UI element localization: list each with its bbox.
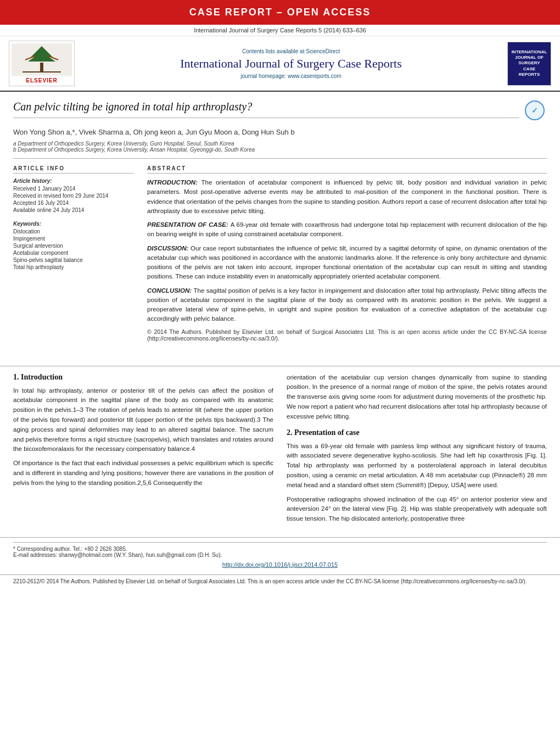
email-values: shanwy@hotmail.com (W.Y. Shan), hun.suh@… (59, 552, 222, 558)
svg-rect-1 (40, 63, 43, 71)
journal-reference-line: International Journal of Surgery Case Re… (0, 25, 560, 36)
section-divider (0, 366, 560, 366)
footnote-content: * Corresponding author. Tel.: +80 2 2626… (13, 542, 547, 558)
authors-line: Won Yong Shon a,*, Vivek Sharma a, Oh jo… (13, 128, 547, 136)
abstract-copyright: © 2014 The Authors. Published by Elsevie… (147, 328, 547, 342)
abstract-discussion: DISCUSSION: Our case report substantiate… (147, 244, 547, 282)
crossmark-badge: ✓ (525, 101, 547, 122)
footnote-area: * Corresponding author. Tel.: +80 2 2626… (0, 537, 560, 574)
doi-link[interactable]: http://dx.doi.org/10.1016/j.ijscr.2014.0… (13, 561, 547, 568)
email-label: E-mail addresses: (13, 552, 57, 558)
elsevier-logo: ELSEVIER (9, 41, 75, 86)
corresponding-author: * Corresponding author. Tel.: +80 2 2626… (13, 546, 547, 552)
journal-header: ELSEVIER Contents lists available at Sci… (0, 36, 560, 92)
available-date: Available online 24 July 2014 (13, 207, 134, 213)
conclusion-label: CONCLUSION: (147, 287, 194, 294)
elsevier-tree-icon (12, 43, 72, 75)
affiliation-b: b Department of Orthopedics Surgery, Kor… (13, 147, 547, 153)
intro-text: The orientation of acetabular component … (147, 179, 547, 214)
abstract-introduction: INTRODUCTION: The orientation of acetabu… (147, 178, 547, 216)
abstract-col: ABSTRACT INTRODUCTION: The orientation o… (147, 165, 547, 342)
journal-logo-text: INTERNATIONAL JOURNAL OF SURGERY CASE RE… (509, 47, 550, 80)
conclusion-text: The sagittal position of pelvis is a key… (147, 287, 547, 322)
keyword-2: Impingement (13, 236, 134, 242)
discussion-text: Our case report substantiates the influe… (147, 245, 547, 280)
authors-text: Won Yong Shon a,*, Vivek Sharma a, Oh jo… (13, 128, 295, 136)
main-col-right: orientation of the acetabular cup versio… (287, 373, 547, 529)
section1-para2: Of importance is the fact that each indi… (13, 459, 273, 488)
journal-title: International Journal of Surgery Case Re… (86, 57, 496, 71)
copyright-text: © 2014 The Authors. Published by Elsevie… (147, 328, 547, 342)
journal-logo-right: INTERNATIONAL JOURNAL OF SURGERY CASE RE… (507, 42, 551, 86)
section2-para1: This was a 69-year old female with painl… (287, 442, 547, 490)
keyword-1: Dislocation (13, 228, 134, 235)
section1-para1: In total hip arthroplasty, anterior or p… (13, 386, 273, 455)
sciencedirect-link[interactable]: ScienceDirect (306, 48, 340, 54)
journal-logo-right-box: INTERNATIONAL JOURNAL OF SURGERY CASE RE… (507, 42, 551, 86)
affiliation-a: a Department of Orthopedics Surgery, Kor… (13, 141, 547, 147)
elsevier-brand-label: ELSEVIER (12, 77, 72, 83)
keyword-4: Acetabular component (13, 250, 134, 256)
article-title-container: Can pelvic tilting be ignored in total h… (13, 101, 519, 124)
banner-text: CASE REPORT – OPEN ACCESS (189, 7, 371, 18)
section2-heading: 2. Presentation of case (287, 428, 547, 437)
bottom-bar: 2210-2612/© 2014 The Authors. Published … (0, 574, 560, 588)
article-info-col: ARTICLE INFO Article history: Received 1… (13, 165, 134, 342)
abstract-presentation: PRESENTATION OF CASE: A 69-year old fema… (147, 220, 547, 239)
article-history-label: Article history: (13, 178, 134, 184)
keyword-6: Total hip arthroplasty (13, 264, 134, 270)
crossmark-icon: ✓ (525, 101, 545, 120)
abstract-heading: ABSTRACT (147, 165, 547, 174)
keywords-list: Dislocation Impingement Surgical antever… (13, 228, 134, 270)
presentation-label: PRESENTATION OF CASE: (147, 221, 231, 228)
section1-right-para: orientation of the acetabular cup versio… (287, 373, 547, 422)
affiliations: a Department of Orthopedics Surgery, Kor… (13, 141, 547, 159)
info-abstract-section: ARTICLE INFO Article history: Received 1… (13, 165, 547, 342)
article-body: Can pelvic tilting be ignored in total h… (0, 92, 560, 359)
received-date: Received 1 January 2014 (13, 186, 134, 192)
intro-label: INTRODUCTION: (147, 179, 201, 186)
elsevier-logo-image (12, 43, 72, 76)
svg-rect-4 (23, 71, 61, 72)
section2-para2: Postoperative radiographs showed inclina… (287, 495, 547, 524)
main-col-left: 1. Introduction In total hip arthroplast… (13, 373, 273, 529)
section1-heading: 1. Introduction (13, 373, 273, 382)
abstract-conclusion: CONCLUSION: The sagittal position of pel… (147, 286, 547, 324)
discussion-label: DISCUSSION: (147, 245, 191, 252)
main-body: 1. Introduction In total hip arthroplast… (0, 373, 560, 529)
email-addresses: E-mail addresses: shanwy@hotmail.com (W.… (13, 552, 547, 558)
journal-ref-text: International Journal of Surgery Case Re… (194, 27, 366, 34)
keyword-5: Spino-pelvis sagittal balance (13, 257, 134, 263)
accepted-date: Accepted 16 July 2014 (13, 200, 134, 206)
doi-link-container[interactable]: http://dx.doi.org/10.1016/j.ijscr.2014.0… (13, 561, 547, 568)
article-title: Can pelvic tilting be ignored in total h… (13, 101, 519, 118)
keywords-label: Keywords: (13, 221, 134, 227)
journal-homepage: journal homepage: www.casereports.com (86, 73, 496, 79)
revised-date: Received in revised form 29 June 2014 (13, 193, 134, 199)
bottom-text: 2210-2612/© 2014 The Authors. Published … (13, 578, 527, 584)
article-info-heading: ARTICLE INFO (13, 165, 134, 174)
journal-center-info: Contents lists available at ScienceDirec… (75, 48, 507, 79)
keyword-3: Surgical anteversion (13, 243, 134, 249)
homepage-link[interactable]: www.casereports.com (288, 73, 341, 79)
content-lists-label: Contents lists available at ScienceDirec… (86, 48, 496, 54)
case-report-banner: CASE REPORT – OPEN ACCESS (0, 0, 560, 25)
title-row: Can pelvic tilting be ignored in total h… (13, 101, 547, 124)
